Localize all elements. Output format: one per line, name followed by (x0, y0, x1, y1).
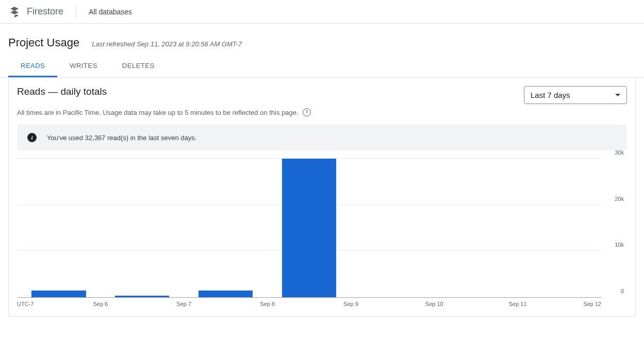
product-name: Firestore (27, 6, 63, 17)
chart-bar-slot (184, 159, 268, 297)
chart-x-tick: Sep 9 (343, 301, 358, 307)
chart-y-tick: 20k (615, 196, 624, 202)
chart-bar-slot (351, 159, 434, 297)
chart-x-tick: Sep 6 (93, 301, 108, 307)
usage-panel: Reads — daily totals Last 7 days All tim… (8, 78, 636, 317)
tab-reads[interactable]: READS (8, 56, 57, 77)
chart-x-tick: Sep 12 (583, 301, 601, 307)
info-icon: i (27, 133, 37, 142)
tabs: READS WRITES DELETES (0, 56, 644, 78)
chart-x-tick: Sep 7 (176, 301, 191, 307)
chart-bar-slot (17, 159, 101, 297)
firestore-logo-icon (8, 6, 21, 18)
chart-bar[interactable] (115, 296, 169, 297)
topbar: Firestore All databases (0, 0, 644, 24)
scope-selector[interactable]: All databases (76, 8, 132, 16)
chart-bar-slot (268, 159, 351, 297)
chart-bar-slot (434, 159, 518, 297)
panel-subtext: All times are in Pacific Time. Usage dat… (17, 109, 299, 116)
last-refreshed: Last refreshed Sep 11, 2023 at 9:20:56 A… (92, 40, 242, 48)
chart-x-tick: Sep 11 (509, 301, 527, 307)
chart-y-tick: 10k (615, 242, 624, 248)
banner-text: You've used 32,367 read(s) in the last s… (47, 134, 196, 142)
time-range-value: Last 7 days (531, 91, 570, 99)
tab-deletes[interactable]: DELETES (110, 56, 167, 77)
page-header: Project Usage Last refreshed Sep 11, 202… (0, 24, 644, 56)
page-title: Project Usage (8, 36, 79, 49)
chart-y-tick: 0 (621, 288, 624, 294)
chart-bar[interactable] (199, 291, 253, 297)
panel-title: Reads — daily totals (17, 86, 107, 97)
chart-bar[interactable] (282, 159, 336, 297)
usage-summary-banner: i You've used 32,367 read(s) in the last… (17, 125, 627, 150)
dropdown-caret-icon (615, 94, 620, 96)
tab-writes[interactable]: WRITES (57, 56, 110, 77)
chart-bar-slot (101, 159, 184, 297)
product-brand: Firestore (8, 5, 76, 19)
chart-y-tick: 30k (615, 149, 624, 156)
chart-x-tick: Sep 10 (425, 301, 443, 307)
chart-x-tick: Sep 8 (260, 301, 275, 307)
help-icon[interactable]: ? (303, 108, 311, 116)
chart-bar-slot (518, 159, 601, 297)
chart-bar[interactable] (31, 291, 86, 297)
reads-chart: 010k20k30k UTC-7Sep 6Sep 7Sep 8Sep 9Sep … (17, 159, 627, 308)
time-range-select[interactable]: Last 7 days (524, 86, 627, 104)
chart-x-tick: UTC-7 (17, 301, 34, 307)
